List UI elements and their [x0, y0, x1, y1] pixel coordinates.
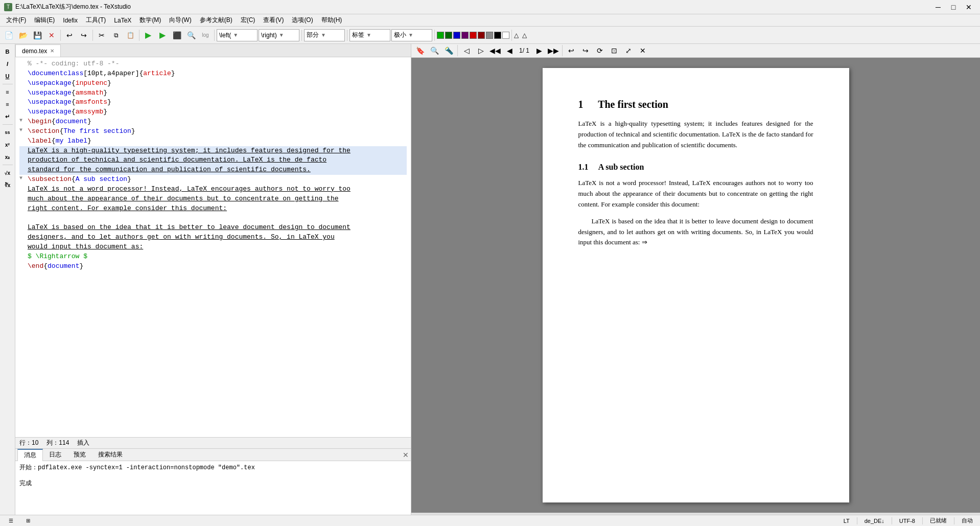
- part-dropdown-arrow: ▼: [321, 32, 326, 38]
- log-line-1: 开始：pdflatex.exe -synctex=1 -interaction=…: [19, 463, 407, 472]
- scroll-right-btn[interactable]: ▶: [956, 510, 970, 515]
- editor-tab-demo[interactable]: demo.tex ✕: [15, 44, 61, 57]
- preview-scrollbar-bottom[interactable]: ◀ ▶: [411, 513, 980, 515]
- log-button[interactable]: log: [199, 29, 212, 42]
- close-doc-button[interactable]: ✕: [45, 29, 58, 42]
- menu-file[interactable]: 文件(F): [2, 15, 30, 26]
- preview-prev-btn[interactable]: ◀◀: [488, 44, 502, 57]
- paste-button[interactable]: 📋: [124, 29, 137, 42]
- color-white-btn[interactable]: [502, 32, 509, 39]
- compile-button[interactable]: ▶: [142, 29, 155, 42]
- editor-pane: demo.tex ✕ % -*- coding: utf-8 -*- \docu…: [15, 44, 411, 515]
- italic-button[interactable]: I: [2, 58, 13, 70]
- copy-button[interactable]: ⧉: [109, 29, 123, 42]
- preview-refresh-btn[interactable]: ⟳: [593, 44, 606, 57]
- menu-options[interactable]: 选项(O): [288, 15, 317, 26]
- redo-button[interactable]: ↪: [77, 29, 90, 42]
- menu-tools[interactable]: 工具(T): [82, 15, 110, 26]
- log-tab-messages[interactable]: 消息: [17, 449, 43, 461]
- preview-undo-btn[interactable]: ↩: [565, 44, 578, 57]
- menu-idefix[interactable]: Idefix: [59, 16, 82, 25]
- cut-button[interactable]: ✂: [95, 29, 108, 42]
- close-button[interactable]: ✕: [962, 2, 976, 12]
- log-tab-log[interactable]: 日志: [43, 449, 67, 461]
- minimize-button[interactable]: ─: [931, 2, 945, 12]
- app-icon: T: [4, 3, 12, 11]
- color-darkgreen-btn[interactable]: [445, 32, 452, 39]
- preview-info-btn[interactable]: 🔦: [442, 44, 455, 57]
- editor-content[interactable]: % -*- coding: utf-8 -*- \documentclass[1…: [15, 57, 411, 437]
- undo-button[interactable]: ↩: [63, 29, 76, 42]
- status-grid-btn[interactable]: ⊞: [21, 514, 35, 527]
- sqrt-button[interactable]: √x: [2, 167, 13, 178]
- stop-button[interactable]: ⬛: [170, 29, 183, 42]
- new-button[interactable]: 📄: [2, 29, 15, 42]
- log-tab-preview[interactable]: 预览: [67, 449, 92, 461]
- tab-close-icon[interactable]: ✕: [50, 48, 54, 54]
- menu-math[interactable]: 数学(M): [135, 15, 165, 26]
- status-list-btn[interactable]: ☰: [4, 514, 17, 527]
- code-line-10: LaTeX is a high-quality typesetting syst…: [19, 146, 407, 156]
- bottom-status-bar: ☰ ⊞ LT de_DE↓ UTF-8 已就绪 自动: [0, 515, 980, 526]
- color-gray-btn[interactable]: [486, 32, 493, 39]
- underline-button[interactable]: U: [2, 71, 13, 82]
- menu-help[interactable]: 帮助(H): [317, 15, 346, 26]
- preview-prev-page-btn[interactable]: ◀: [503, 44, 516, 57]
- menu-view[interactable]: 查看(V): [259, 15, 288, 26]
- left-paren-dropdown[interactable]: \left( ▼: [217, 29, 258, 41]
- title-bar-title: E:\LaTeX\LaTeX练习\demo.tex - TeXstudio: [15, 3, 131, 11]
- newline-button[interactable]: ↵: [2, 111, 13, 122]
- preview-expand-btn[interactable]: ⊡: [608, 44, 621, 57]
- log-tab-search[interactable]: 搜索结果: [92, 449, 129, 461]
- menu-wizard[interactable]: 向导(W): [165, 15, 195, 26]
- menu-macro[interactable]: 宏(C): [237, 15, 260, 26]
- tag-dropdown[interactable]: 标签 ▼: [349, 29, 390, 41]
- color-green-btn[interactable]: [437, 32, 444, 39]
- separator-2: [92, 30, 93, 41]
- search-button[interactable]: 🔍: [184, 29, 198, 42]
- code-line-11: production of technical and scientific d…: [19, 155, 407, 165]
- preview-bookmark-btn[interactable]: 🔖: [413, 44, 427, 57]
- menu-latex[interactable]: LaTeX: [110, 16, 135, 25]
- compile-view-button[interactable]: ▶: [156, 29, 169, 42]
- cbrt-button[interactable]: ∛x: [2, 179, 13, 191]
- align-right-button[interactable]: ≡: [2, 99, 13, 110]
- window-controls: ─ □ ✕: [931, 2, 976, 12]
- menu-edit[interactable]: 编辑(E): [30, 15, 59, 26]
- preview-redo-btn[interactable]: ↪: [579, 44, 592, 57]
- preview-next-page-btn[interactable]: ▶: [532, 44, 546, 57]
- code-editor[interactable]: % -*- coding: utf-8 -*- \documentclass[1…: [15, 57, 411, 437]
- pdf-section-title: The first section: [598, 99, 668, 110]
- open-button[interactable]: 📂: [16, 29, 30, 42]
- menu-references[interactable]: 参考文献(B): [196, 15, 237, 26]
- preview-fullscreen-btn[interactable]: ⤢: [622, 44, 635, 57]
- preview-forward-btn[interactable]: ▷: [474, 44, 487, 57]
- maximize-button[interactable]: □: [946, 2, 961, 12]
- color-purple-btn[interactable]: [461, 32, 469, 39]
- code-line-1: % -*- coding: utf-8 -*-: [19, 59, 407, 69]
- superscript-button[interactable]: x²: [2, 139, 13, 150]
- tag-dropdown-arrow: ▼: [366, 32, 371, 38]
- fold-arrow-7[interactable]: ▼: [19, 117, 26, 125]
- fold-arrow-13[interactable]: ▼: [19, 175, 26, 182]
- preview-close-btn[interactable]: ✕: [636, 44, 649, 57]
- right-paren-dropdown[interactable]: \right) ▼: [259, 29, 299, 41]
- separator-5: [301, 30, 302, 41]
- color-red-btn[interactable]: [470, 32, 477, 39]
- scroll-left-btn[interactable]: ◀: [422, 510, 435, 515]
- fold-arrow-8[interactable]: ▼: [19, 127, 26, 134]
- part-dropdown[interactable]: 部分 ▼: [304, 29, 345, 41]
- preview-search-btn[interactable]: 🔍: [428, 44, 441, 57]
- log-close-button[interactable]: ✕: [403, 451, 409, 459]
- color-darkred-btn[interactable]: [478, 32, 485, 39]
- bold-button[interactable]: B: [2, 46, 13, 57]
- color-black-btn[interactable]: [494, 32, 501, 39]
- save-button[interactable]: 💾: [31, 29, 44, 42]
- smallcaps-button[interactable]: ss: [2, 127, 13, 138]
- size-dropdown[interactable]: 极小 ▼: [391, 29, 432, 41]
- subscript-button[interactable]: x₂: [2, 151, 13, 163]
- color-blue-btn[interactable]: [453, 32, 460, 39]
- align-left-button[interactable]: ≡: [2, 86, 13, 98]
- preview-next-btn[interactable]: ▶▶: [547, 44, 560, 57]
- preview-back-btn[interactable]: ◁: [460, 44, 473, 57]
